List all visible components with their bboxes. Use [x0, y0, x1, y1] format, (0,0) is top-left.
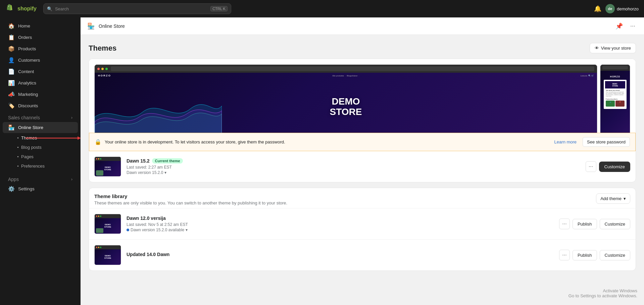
- theme-library-title-section: Theme library These themes are only visi…: [94, 193, 287, 205]
- demo-store-text: DEMO STORE: [330, 97, 362, 117]
- theme-name-row: Dawn 15.2 Current theme: [127, 158, 580, 164]
- current-theme-thumbnail: DEMOSTORE: [94, 157, 121, 177]
- sidebar-item-settings[interactable]: ⚙️ Settings: [3, 183, 78, 194]
- current-theme-row: DEMOSTORE Dawn 15.2 Current theme Last s…: [89, 151, 636, 182]
- view-store-button[interactable]: 👁 View your store: [590, 43, 636, 53]
- library-theme-more-button-1[interactable]: ···: [559, 219, 570, 229]
- orders-icon: 📋: [8, 34, 15, 41]
- see-password-button[interactable]: See store password: [583, 137, 630, 147]
- mobile-preview: HORZO DEMOSTORE Talk about your brand Sh…: [600, 64, 630, 133]
- products-icon: 📦: [8, 46, 15, 52]
- breadcrumb: Online Store: [99, 23, 125, 29]
- sidebar-item-content[interactable]: 📄 Content: [3, 66, 78, 77]
- chevron-down-icon-version: ▾: [186, 228, 188, 232]
- page-header-actions: 📌 ···: [613, 21, 637, 31]
- sidebar-item-analytics[interactable]: 📊 Analytics: [3, 77, 78, 88]
- library-theme-row: DEMOSTORE Dawn 12.0 versija Last saved: …: [89, 208, 636, 240]
- nav-top-right: 🔔 de demohorzo: [593, 4, 639, 14]
- library-theme-actions-1: ··· Publish Customize: [559, 219, 630, 229]
- wave-decoration: [95, 93, 222, 133]
- search-icon: 🔍: [47, 6, 52, 11]
- library-theme-more-button-2[interactable]: ···: [559, 250, 570, 260]
- sidebar-item-themes[interactable]: Themes: [3, 133, 78, 142]
- pin-button[interactable]: 📌: [613, 21, 625, 31]
- theme-library-header: Theme library These themes are only visi…: [89, 188, 636, 208]
- password-warning-text: Your online store is in development. To …: [105, 139, 548, 144]
- page-header-bar: 🏪 Online Store 📌 ···: [81, 17, 644, 35]
- themes-indicator: [17, 137, 18, 138]
- theme-library-description: These themes are only visible to you. Yo…: [94, 200, 287, 205]
- sidebar: 🏠 Home 📋 Orders 📦 Products 👤 Customers 📄…: [0, 17, 81, 305]
- browser-dot-red: [97, 68, 100, 70]
- theme-library-card: Theme library These themes are only visi…: [89, 188, 636, 271]
- desktop-preview: HORZO Alle produkte · Blogs/träner · Lie…: [94, 64, 597, 133]
- sidebar-item-preferences[interactable]: Preferences: [3, 162, 78, 171]
- publish-button-1[interactable]: Publish: [573, 219, 597, 229]
- eye-icon: 👁: [595, 46, 599, 51]
- version-update-dot: [127, 229, 129, 231]
- learn-more-button[interactable]: Learn more: [552, 139, 579, 144]
- sidebar-item-home[interactable]: 🏠 Home: [3, 20, 78, 32]
- browser-dot-green: [105, 68, 108, 70]
- theme-thumbnail-accent: [96, 170, 103, 176]
- settings-icon: ⚙️: [8, 186, 15, 192]
- shopify-logo[interactable]: shopify: [5, 4, 37, 13]
- sales-channels-section[interactable]: Sales channels ›: [0, 112, 81, 122]
- search-bar[interactable]: 🔍 Search CTRL K: [43, 3, 231, 14]
- password-warning: 🔒 Your online store is in development. T…: [89, 133, 636, 151]
- library-customize-button-1[interactable]: Customize: [600, 219, 630, 229]
- current-theme-card: HORZO Alle produkte · Blogs/träner · Lie…: [89, 59, 636, 182]
- lock-icon: 🔒: [95, 139, 101, 145]
- sidebar-item-marketing[interactable]: 📣 Marketing: [3, 89, 78, 100]
- library-customize-button-2[interactable]: Customize: [600, 250, 630, 260]
- page-title: Themes: [89, 44, 116, 53]
- pages-indicator: [17, 156, 18, 157]
- current-theme-more-button[interactable]: ···: [586, 161, 596, 172]
- current-theme-actions: ··· Customize: [586, 161, 630, 172]
- sidebar-item-customers[interactable]: 👤 Customers: [3, 55, 78, 66]
- library-theme-info-2: Updated 14.0 Dawn: [127, 252, 554, 258]
- more-options-button[interactable]: ···: [628, 21, 637, 31]
- current-theme-saved: Last saved: 2:27 am EST: [127, 165, 580, 170]
- sidebar-item-products[interactable]: 📦 Products: [3, 43, 78, 54]
- page-content: Themes 👁 View your store: [81, 35, 644, 305]
- svg-marker-1: [78, 136, 81, 140]
- preferences-indicator: [17, 166, 18, 167]
- desktop-preview-content: HORZO Alle produkte · Blogs/träner · Lie…: [95, 73, 597, 133]
- online-store-breadcrumb-icon: 🏪: [87, 22, 95, 30]
- themes-header: Themes 👁 View your store: [89, 43, 636, 53]
- library-theme-thumbnail-1: DEMOSTORE: [94, 214, 121, 234]
- notifications-bell[interactable]: 🔔: [593, 4, 603, 14]
- library-theme-saved-1: Last saved: Nov 5 at 2:52 am EST: [127, 222, 554, 227]
- chevron-right-icon: ›: [71, 115, 72, 120]
- main-content: 🏪 Online Store 📌 ··· Themes 👁 View your …: [81, 17, 644, 305]
- sidebar-item-orders[interactable]: 📋 Orders: [3, 32, 78, 43]
- library-theme-actions-2: ··· Publish Customize: [559, 250, 630, 260]
- sidebar-item-blog-posts[interactable]: Blog posts: [3, 143, 78, 152]
- sidebar-item-pages[interactable]: Pages: [3, 152, 78, 161]
- search-shortcut: CTRL K: [210, 6, 228, 11]
- add-theme-button[interactable]: Add theme ▾: [596, 193, 630, 204]
- library-theme-version-1[interactable]: Dawn version 15.2.0 available ▾: [127, 228, 554, 232]
- mobile-url-bar: [602, 66, 628, 69]
- publish-button-2[interactable]: Publish: [573, 250, 597, 260]
- current-theme-version[interactable]: Dawn version 15.2.0 ▾: [127, 170, 580, 175]
- browser-dot-yellow: [101, 68, 104, 70]
- sidebar-item-discounts[interactable]: 🏷️ Discounts: [3, 100, 78, 111]
- apps-section[interactable]: Apps ›: [0, 173, 81, 183]
- customers-icon: 👤: [8, 57, 15, 63]
- avatar: de: [605, 4, 615, 13]
- customize-button[interactable]: Customize: [599, 162, 630, 172]
- marketing-icon: 📣: [8, 91, 15, 98]
- library-theme-thumbnail-2: DEMOSTORE: [94, 245, 121, 265]
- app-body: 🏠 Home 📋 Orders 📦 Products 👤 Customers 📄…: [0, 17, 644, 305]
- theme-preview-images: HORZO Alle produkte · Blogs/träner · Lie…: [89, 59, 636, 133]
- theme-library-title: Theme library: [94, 193, 287, 199]
- online-store-icon: 🏪: [8, 124, 15, 131]
- sidebar-item-online-store[interactable]: 🏪 Online Store: [3, 122, 78, 133]
- current-theme-name: Dawn 15.2: [127, 158, 149, 164]
- analytics-icon: 📊: [8, 80, 15, 86]
- chevron-right-icon-apps: ›: [71, 177, 72, 182]
- content-icon: 📄: [8, 68, 15, 75]
- account-menu[interactable]: de demohorzo: [605, 4, 639, 13]
